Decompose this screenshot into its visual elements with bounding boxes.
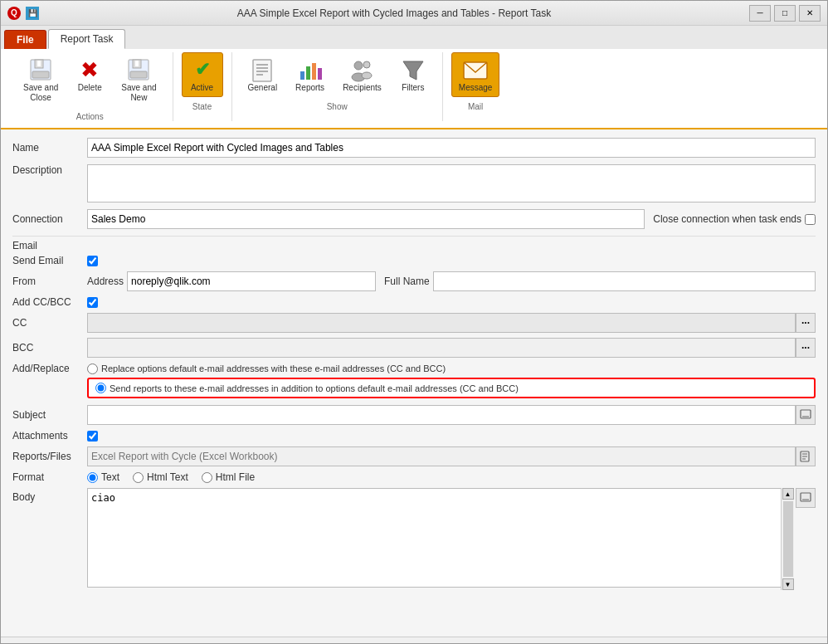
radio-option1-input[interactable] <box>87 363 98 374</box>
subject-field[interactable] <box>87 405 796 425</box>
send-email-checkbox[interactable] <box>87 256 98 266</box>
general-icon <box>249 56 275 83</box>
fullname-field[interactable] <box>433 271 816 291</box>
description-field[interactable] <box>87 164 816 202</box>
description-label: Description <box>12 164 87 176</box>
ribbon-show-label: Show <box>327 102 348 111</box>
svg-rect-14 <box>306 66 310 80</box>
attachments-row: Attachments <box>12 430 816 442</box>
bcc-dots-button[interactable]: ··· <box>796 338 816 358</box>
message-icon <box>462 56 489 83</box>
format-row: Format Text Html Text Html File <box>12 471 816 483</box>
reports-files-row: Reports/Files <box>12 446 816 466</box>
save-new-button[interactable]: Save andNew <box>114 52 163 107</box>
save-icon-small: 💾 <box>26 7 39 20</box>
save-close-label: Save andClose <box>23 83 58 103</box>
minimize-button[interactable]: ─ <box>749 5 771 22</box>
name-field[interactable] <box>87 138 816 158</box>
recipients-button[interactable]: Recipients <box>335 52 389 97</box>
address-field[interactable] <box>127 271 376 291</box>
connection-close-label: Close connection when task ends <box>653 213 801 225</box>
subject-button[interactable] <box>796 405 816 425</box>
radio-option1-label: Replace options default e-mail addresses… <box>101 363 446 373</box>
bcc-row: BCC ··· <box>12 338 816 358</box>
tab-file[interactable]: File <box>4 30 46 49</box>
tab-report-task[interactable]: Report Task <box>48 29 126 49</box>
reports-files-label: Reports/Files <box>12 451 87 462</box>
svg-rect-16 <box>318 68 322 80</box>
cc-dots-button[interactable]: ··· <box>796 313 816 333</box>
ribbon-actions-buttons: Save andClose ✖ Delete <box>16 52 164 107</box>
scrollbar-up-button[interactable]: ▲ <box>782 488 794 500</box>
add-cc-bcc-row: Add CC/BCC <box>12 296 816 308</box>
message-button[interactable]: Message <box>451 52 500 97</box>
app-icon: Q <box>7 7 21 20</box>
format-text-option[interactable]: Text <box>87 471 119 483</box>
reports-files-field[interactable] <box>87 446 796 466</box>
cc-field[interactable] <box>87 313 796 333</box>
ribbon-actions-label: Actions <box>76 112 104 121</box>
window-title: AAA Simple Excel Report with Cycled Imag… <box>39 7 749 19</box>
format-htmlfile-option[interactable]: Html File <box>202 471 255 483</box>
window-footer <box>1 637 827 643</box>
message-label: Message <box>459 83 493 93</box>
cc-label: CC <box>12 317 87 329</box>
format-htmltext-radio[interactable] <box>133 472 144 483</box>
name-row: Name <box>12 138 816 158</box>
ribbon-groups: Save andClose ✖ Delete <box>7 52 821 121</box>
subject-label: Subject <box>12 409 87 421</box>
add-cc-bcc-label: Add CC/BCC <box>12 296 87 308</box>
filters-button[interactable]: Filters <box>392 52 434 97</box>
window-controls: ─ □ ✕ <box>749 5 821 22</box>
svg-rect-6 <box>130 71 147 78</box>
bcc-field[interactable] <box>87 338 796 358</box>
close-button[interactable]: ✕ <box>799 5 821 22</box>
format-htmlfile-radio[interactable] <box>202 472 212 483</box>
reports-label: Reports <box>295 83 324 93</box>
general-button[interactable]: General <box>241 52 285 97</box>
ribbon-state-buttons: ✔ Active <box>182 52 223 97</box>
delete-label: Delete <box>78 83 102 93</box>
ribbon-group-mail: Message Mail <box>443 52 509 121</box>
connection-field[interactable] <box>87 209 645 229</box>
svg-rect-3 <box>37 61 41 66</box>
body-textarea[interactable]: ciao <box>87 488 794 588</box>
format-htmlfile-label: Html File <box>216 471 255 483</box>
active-button[interactable]: ✔ Active <box>182 52 223 97</box>
title-bar: Q 💾 AAA Simple Excel Report with Cycled … <box>1 1 827 26</box>
restore-button[interactable]: □ <box>774 5 796 22</box>
reports-files-button[interactable] <box>796 446 816 466</box>
scrollbar-down-button[interactable]: ▼ <box>782 578 794 590</box>
delete-button[interactable]: ✖ Delete <box>69 52 110 107</box>
radio-option1[interactable]: Replace options default e-mail addresses… <box>87 363 446 374</box>
save-new-icon <box>125 56 152 83</box>
radio-option2-input[interactable] <box>95 383 106 393</box>
filters-label: Filters <box>402 83 424 93</box>
add-replace-label: Add/Replace <box>12 363 87 374</box>
from-label: From <box>12 276 87 287</box>
subject-row: Subject <box>12 405 816 425</box>
body-scrollbar: ▲ ▼ <box>781 488 794 590</box>
active-icon: ✔ <box>189 56 216 83</box>
attachments-checkbox[interactable] <box>87 431 98 442</box>
svg-rect-15 <box>312 63 316 80</box>
format-htmltext-option[interactable]: Html Text <box>133 471 188 483</box>
save-close-icon <box>27 56 54 83</box>
cc-row: CC ··· <box>12 313 816 333</box>
save-close-button[interactable]: Save andClose <box>16 52 66 107</box>
format-label: Format <box>12 471 87 483</box>
save-new-label: Save andNew <box>121 83 156 103</box>
add-cc-bcc-checkbox[interactable] <box>87 297 98 308</box>
format-htmltext-label: Html Text <box>147 471 188 483</box>
connection-close-checkbox[interactable] <box>805 214 816 225</box>
format-text-label: Text <box>101 471 119 483</box>
send-email-label: Send Email <box>12 255 87 266</box>
radio-option2[interactable]: Send reports to these e-mail addresses i… <box>95 383 519 393</box>
reports-button[interactable]: Reports <box>288 52 332 97</box>
svg-rect-2 <box>32 71 49 78</box>
format-text-radio[interactable] <box>87 472 98 483</box>
ribbon: Save andClose ✖ Delete <box>1 49 827 129</box>
body-edit-button[interactable] <box>796 488 816 508</box>
from-row: From Address Full Name <box>12 271 816 291</box>
format-options: Text Html Text Html File <box>87 471 255 483</box>
